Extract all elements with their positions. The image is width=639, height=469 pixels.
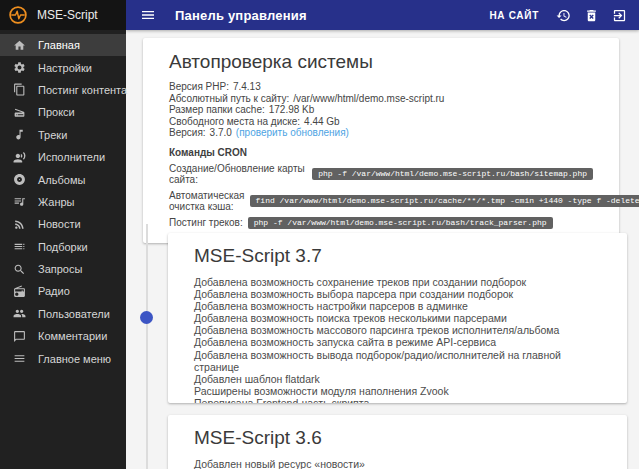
tracks-icon [13, 128, 26, 141]
info-value: 4.44 Gb [304, 116, 340, 127]
sidebar-item-label: Главное меню [38, 353, 111, 365]
admin-panel-screen: MSE-Script Главная Настройки Постинг кон… [0, 0, 639, 469]
sidebar-item[interactable]: Подборки [0, 236, 126, 258]
cron-list: Создание/Обновление карты сайта: php -f … [169, 163, 593, 229]
changelog-item: Добавлен шаблон flatdark [194, 373, 601, 385]
changelog-item: Добавлен новый ресурс «новости» [194, 458, 601, 469]
sidebar-item[interactable]: Комментарии [0, 325, 126, 347]
artists-icon [13, 151, 26, 164]
system-check-title: Автопроверка системы [169, 51, 593, 72]
cron-label: Постинг треков: [169, 217, 243, 228]
sidebar-item-label: Альбомы [38, 174, 85, 186]
changelog-item: Добавлена возможность вывода подборок/ра… [194, 349, 601, 373]
info-value: /var/www/html/demo.mse-script.ru [293, 93, 444, 104]
changelog-card-37: MSE-Script 3.7 Добавлена возможность сох… [168, 233, 627, 403]
sidebar-item-label: Прокси [38, 106, 75, 118]
home-icon [13, 39, 26, 52]
info-label: Размер папки cache: [169, 104, 265, 115]
sidebar-item-label: Комментарии [38, 330, 107, 342]
changelog-item: Расширены возможности модуля наполнения … [194, 385, 601, 397]
playlists-icon [13, 240, 26, 253]
main-content: Автопроверка системы Версия PHP:7.4.13 А… [126, 30, 639, 469]
sidebar-item[interactable]: Альбомы [0, 168, 126, 190]
changelog-version-title: MSE-Script 3.7 [194, 245, 601, 266]
info-value: 7.4.13 [233, 81, 261, 92]
sidebar-item[interactable]: Прокси [0, 101, 126, 123]
system-info-row: Версия PHP:7.4.13 [169, 81, 593, 93]
info-label: Версия: [169, 127, 206, 138]
changelog-list: Добавлен новый ресурс «новости» Добавлен… [194, 458, 601, 469]
sidebar-item[interactable]: Новости [0, 213, 126, 235]
albums-icon [13, 173, 26, 186]
menu-icon [13, 352, 26, 365]
changelog-list: Добавлена возможность сохранение треков … [194, 276, 601, 403]
sidebar-item[interactable]: Постинг контента [0, 79, 126, 101]
changelog-item: Добавлена возможность выбора парсера при… [194, 288, 601, 300]
sidebar-item-label: Радио [38, 285, 70, 297]
cron-label: Создание/Обновление карты сайта: [169, 163, 307, 185]
system-info-row: Свободного места на диске:4.44 Gb [169, 116, 593, 128]
check-updates-link[interactable]: (проверить обновления) [236, 127, 349, 138]
sidebar-nav: Главная Настройки Постинг контента Прокс… [0, 30, 126, 370]
cron-command-chip: find /var/www/html/demo.mse-script.ru/ca… [250, 195, 639, 207]
cron-command-chip: php -f /var/www/html/demo.mse-script.ru/… [312, 168, 593, 180]
hamburger-icon[interactable] [140, 7, 156, 23]
sidebar-item[interactable]: Настройки [0, 56, 126, 78]
sidebar-item-label: Исполнители [38, 151, 105, 163]
info-label: Свободного места на диске: [169, 116, 300, 127]
sidebar-item[interactable]: Главная [0, 34, 126, 56]
logout-icon[interactable] [612, 8, 627, 23]
topbar: Панель управления НА САЙТ [126, 0, 639, 30]
sidebar-item[interactable]: Треки [0, 124, 126, 146]
changelog-card-36: MSE-Script 3.6 Добавлен новый ресурс «но… [168, 415, 627, 469]
info-value: 3.7.0 [210, 127, 232, 138]
genres-icon [13, 195, 26, 208]
sidebar-item[interactable]: Исполнители [0, 146, 126, 168]
sidebar-item-label: Новости [38, 218, 81, 230]
sidebar: MSE-Script Главная Настройки Постинг кон… [0, 0, 126, 469]
changelog-item: Добавлена возможность сохранение треков … [194, 276, 601, 288]
cron-section-title: Команды CRON [169, 147, 593, 158]
page-title: Панель управления [175, 8, 307, 23]
brand: MSE-Script [0, 0, 126, 30]
sidebar-item-label: Настройки [38, 62, 92, 74]
sidebar-item[interactable]: Жанры [0, 191, 126, 213]
sidebar-item-label: Жанры [38, 196, 75, 208]
changelog-item: Переписана Frontend-часть скрипта [194, 397, 601, 403]
sidebar-item-label: Запросы [38, 263, 82, 275]
changelog-item: Добавлена возможность поиска треков неск… [194, 312, 601, 324]
sidebar-item[interactable]: Радио [0, 280, 126, 302]
content-posting-icon [13, 83, 26, 96]
proxy-icon [13, 106, 26, 119]
search-icon [13, 263, 26, 276]
timeline-line [146, 224, 148, 469]
cron-row: Постинг треков: php -f /var/www/html/dem… [169, 217, 593, 229]
users-icon [13, 307, 26, 320]
history-icon[interactable] [556, 8, 571, 23]
sidebar-item-label: Треки [38, 129, 67, 141]
info-label: Абсолютный путь к сайту: [169, 93, 289, 104]
system-check-card: Автопроверка системы Версия PHP:7.4.13 А… [143, 38, 619, 243]
cron-row: Создание/Обновление карты сайта: php -f … [169, 163, 593, 185]
changelog-item: Добавлена возможность настройки парсеров… [194, 300, 601, 312]
settings-icon [13, 61, 26, 74]
radio-icon [13, 285, 26, 298]
timeline-dot [140, 311, 153, 324]
comments-icon [13, 330, 26, 343]
sidebar-item[interactable]: Пользователи [0, 303, 126, 325]
sidebar-item[interactable]: Запросы [0, 258, 126, 280]
cron-label: Автоматическая очистка кэша: [169, 190, 245, 212]
info-value: 172.98 Kb [269, 104, 315, 115]
sidebar-item-label: Подборки [38, 241, 88, 253]
sidebar-item[interactable]: Главное меню [0, 347, 126, 369]
changelog-item: Добавлена возможность запуска сайта в ре… [194, 336, 601, 348]
to-site-button[interactable]: НА САЙТ [489, 10, 539, 21]
changelog-version-title: MSE-Script 3.6 [194, 427, 601, 448]
card-notch [168, 311, 175, 324]
changelog-item: Добавлена возможность массового парсинга… [194, 324, 601, 336]
waveform-logo-icon [8, 5, 28, 25]
sidebar-item-label: Постинг контента [38, 84, 127, 96]
clear-trash-icon[interactable] [584, 8, 599, 23]
system-info-row: Размер папки cache:172.98 Kb [169, 104, 593, 116]
news-icon [13, 218, 26, 231]
